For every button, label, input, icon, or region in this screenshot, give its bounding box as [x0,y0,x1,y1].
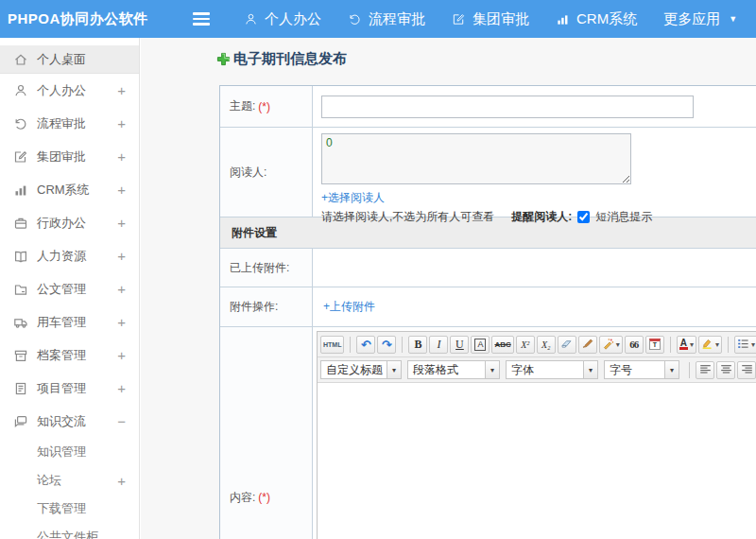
top-nav-crm-system[interactable]: CRM系统 [556,10,637,28]
readers-textarea[interactable] [321,133,631,184]
sidebar-item-crm-system[interactable]: CRM系统+ [0,173,139,206]
sidebar-item-project-management[interactable]: 项目管理+ [0,372,139,405]
sidebar-item-label: 项目管理 [37,380,86,397]
align-center-icon [720,363,732,377]
html-source-button[interactable]: HTML [320,336,344,354]
font-size-select[interactable]: 字号▾ [604,360,679,379]
sidebar-item-download-management[interactable]: 下载管理 [0,495,139,523]
ordered-list-button[interactable]: ▾ [734,336,756,354]
sidebar-item-personal-office[interactable]: 个人办公+ [0,74,139,107]
sidebar-item-admin-office[interactable]: 行政办公+ [0,206,139,239]
font-family-select[interactable]: 字体▾ [506,360,598,379]
sidebar-item-group-approval[interactable]: 集团审批+ [0,140,139,173]
sidebar-item-public-file-cabinet[interactable]: 公共文件柜 [0,523,139,539]
uploaded-attachments-label: 已上传附件: [220,249,313,287]
content-row: 内容: (*) HTML↶↷BIUAABCX²X₂▾66TA▾▾▾▾ 自定义标题… [220,327,756,539]
top-nav-personal-office[interactable]: 个人办公 [244,10,321,28]
sidebar-item-archive-management[interactable]: 档案管理+ [0,339,139,372]
expand-plus-icon[interactable]: + [117,281,126,297]
sidebar-item-label: 论坛 [37,472,61,489]
chevron-down-icon: ▾ [387,361,401,378]
sidebar-item-knowledge-management[interactable]: 知识管理 [0,438,139,466]
heading-style-select[interactable]: 自定义标题▾ [320,360,402,379]
briefcase-icon [13,216,28,231]
align-center-button[interactable] [716,361,735,379]
toolbar-separator [728,337,729,353]
auto-typeset-button[interactable]: ▾ [599,336,623,354]
publish-form: 主题: (*) 阅读人: +选择阅读人 请选择阅读人,不选为所有人可查看 提醒阅… [219,85,756,539]
align-right-icon [741,363,753,377]
upload-attachment-link[interactable]: +上传附件 [323,299,375,315]
app-title: PHPOA协同办公软件 [0,10,193,28]
sidebar-item-label: 公文管理 [37,281,86,298]
subject-input[interactable] [321,96,694,118]
strikethrough-button[interactable]: ABC [491,336,513,354]
format-painter-button[interactable] [578,336,597,354]
font-color-button[interactable]: A▾ [677,336,696,354]
expand-plus-icon[interactable]: + [117,148,126,165]
sidebar-item-label: 流程审批 [37,115,86,132]
chevron-down-icon: ▾ [616,340,620,349]
back-color-button[interactable]: ▾ [698,336,722,354]
archive-icon [13,348,28,363]
remove-format-button[interactable] [558,336,576,354]
sms-reminder-label: 短消息提示 [595,209,652,225]
font-family-select-value: 字体 [507,362,583,378]
align-right-button[interactable] [737,361,756,379]
person-icon [244,12,258,26]
editor-content-area[interactable] [318,383,756,539]
hamburger-menu-icon[interactable] [193,12,210,26]
underline-button[interactable]: U [450,336,469,354]
top-nav-more-apps[interactable]: 更多应用▼ [663,10,737,28]
sms-reminder-checkbox[interactable] [577,211,590,223]
top-nav-group-approval[interactable]: 集团审批 [452,10,529,28]
book-icon [13,249,28,264]
sidebar-item-label: 行政办公 [37,215,86,232]
title-box-button[interactable]: T [645,336,664,354]
toolbar-separator [350,337,351,353]
required-mark: (*) [258,491,270,504]
expand-plus-icon[interactable]: + [117,347,126,363]
toolbar-separator [402,337,403,353]
chart-icon [13,183,28,198]
expand-plus-icon[interactable]: + [117,473,126,489]
redo-button[interactable]: ↷ [377,336,396,354]
bold-button[interactable]: B [408,336,427,354]
sidebar-item-knowledge-exchange[interactable]: 知识交流− [0,405,139,438]
superscript-button[interactable]: X² [516,336,535,354]
expand-plus-icon[interactable]: + [117,82,126,98]
expand-plus-icon[interactable]: + [117,115,126,131]
chevron-down-icon: ▾ [715,340,719,349]
sidebar-item-workflow-approval[interactable]: 流程审批+ [0,107,139,140]
chevron-down-icon: ▾ [664,361,679,378]
expand-plus-icon[interactable]: + [117,248,126,264]
top-nav-workflow-approval[interactable]: 流程审批 [348,10,425,28]
refresh-icon [348,12,362,26]
font-border-button[interactable]: A [471,336,490,354]
blockquote-button[interactable]: 66 [625,336,644,354]
expand-plus-icon[interactable]: + [117,314,126,330]
highlighter-icon [701,338,713,352]
sidebar-item-forum[interactable]: 论坛+ [0,466,139,495]
attachment-ops-row: 附件操作: +上传附件 [220,287,756,327]
italic-button[interactable]: I [429,336,448,354]
sidebar-item-document-management[interactable]: 公文管理+ [0,272,139,305]
sidebar-item-personal-desktop[interactable]: 个人桌面 [0,45,139,74]
align-left-button[interactable] [696,361,714,379]
select-readers-link[interactable]: +选择阅读人 [321,190,385,206]
font-size-select-value: 字号 [605,362,664,378]
sidebar-item-human-resources[interactable]: 人力资源+ [0,239,139,272]
subscript-button[interactable]: X₂ [537,336,556,354]
edit-icon [452,12,466,26]
top-bar: PHPOA协同办公软件 个人办公流程审批集团审批CRM系统更多应用▼ [0,0,756,38]
expand-plus-icon[interactable]: + [117,380,126,396]
paragraph-format-select[interactable]: 段落格式▾ [407,360,500,379]
wand-icon [602,338,614,352]
paragraph-format-select-value: 段落格式 [408,362,485,378]
collapse-minus-icon[interactable]: − [117,413,126,429]
expand-plus-icon[interactable]: + [117,215,126,231]
chevron-down-icon: ▾ [583,361,597,378]
sidebar-item-vehicle-management[interactable]: 用车管理+ [0,305,139,339]
expand-plus-icon[interactable]: + [117,182,126,198]
undo-button[interactable]: ↶ [356,336,375,354]
